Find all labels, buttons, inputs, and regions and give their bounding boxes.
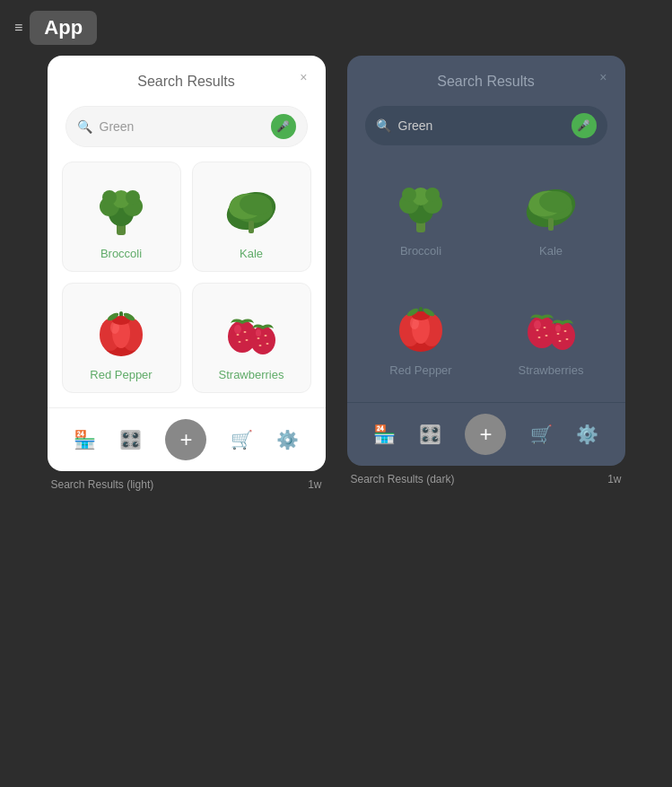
light-bottom-nav: 🏪 🎛️ + 🛒 ⚙️ [48,407,326,471]
dark-red-pepper-img [385,293,457,356]
light-item-broccoli[interactable]: Broccoli [62,162,181,272]
light-red-pepper-label: Red Pepper [90,368,152,381]
light-strawberries-img [215,298,287,361]
dark-caption-label: Search Results (dark) [351,473,455,485]
dark-card-title: Search Results [437,74,535,90]
svg-point-27 [250,326,275,354]
light-nav-store-icon[interactable]: 🏪 [74,429,96,450]
svg-point-25 [246,339,249,341]
light-broccoli-img [85,177,157,240]
dark-broccoli-label: Broccoli [400,244,441,258]
svg-point-5 [102,190,117,205]
dark-nav-cart-icon[interactable]: 🛒 [530,424,553,445]
light-card-title: Search Results [137,74,235,90]
svg-point-58 [545,335,548,337]
light-close-icon[interactable]: × [300,70,307,84]
svg-point-30 [259,345,262,346]
light-kale-label: Kale [240,247,263,260]
dark-nav-settings-icon[interactable]: ⚙️ [576,424,598,445]
light-caption-time: 1w [308,478,321,491]
svg-point-24 [239,341,241,343]
svg-point-60 [550,321,575,350]
light-nav-controls-icon[interactable]: 🎛️ [119,429,142,450]
dark-strawberries-img [515,293,587,356]
svg-point-26 [234,325,241,334]
light-search-icon: 🔍 [77,119,92,134]
dark-phone-card: Search Results × 🔍 Green 🎤 [347,56,625,466]
dark-strawberries-label: Strawberries [519,363,584,377]
dark-card-caption: Search Results (dark) 1w [347,466,625,485]
dark-item-red-pepper[interactable]: Red Pepper [362,279,481,388]
svg-point-55 [537,329,539,331]
top-bar: ≡ App [0,0,672,56]
svg-point-64 [566,338,569,340]
dark-search-text: Green [398,118,564,133]
dark-bottom-nav: 🏪 🎛️ + 🛒 ⚙️ [347,402,625,466]
dark-red-pepper-label: Red Pepper [389,363,451,377]
light-nav-cart-icon[interactable]: 🛒 [231,429,253,450]
svg-point-32 [256,329,261,337]
svg-point-38 [402,188,416,202]
svg-rect-11 [249,221,254,233]
light-red-pepper-img [85,298,157,361]
hamburger-icon[interactable]: ≡ [14,20,22,36]
light-kale-img [215,177,287,240]
light-caption-label: Search Results (light) [51,478,154,491]
light-mic-button[interactable]: 🎤 [271,114,296,139]
svg-point-62 [564,330,567,332]
dark-mic-button[interactable]: 🎤 [572,113,597,138]
app-title: App [30,11,97,45]
main-content: Search Results × 🔍 Green 🎤 [0,56,672,787]
light-nav-settings-icon[interactable]: ⚙️ [276,429,299,450]
svg-point-63 [559,340,562,342]
dark-search-icon: 🔍 [376,118,391,133]
svg-rect-44 [548,218,554,231]
dark-item-kale[interactable]: Kale [492,160,611,268]
light-nav-add-button[interactable]: + [165,419,206,460]
light-card-wrapper: Search Results × 🔍 Green 🎤 [48,56,326,491]
svg-point-57 [538,337,541,338]
dark-search-bar[interactable]: 🔍 Green 🎤 [365,106,607,145]
light-strawberries-label: Strawberries [219,368,284,381]
dark-broccoli-img [385,174,457,237]
dark-close-icon[interactable]: × [599,70,607,84]
light-search-text: Green [100,119,264,134]
light-item-red-pepper[interactable]: Red Pepper [62,283,181,393]
svg-point-61 [557,333,560,335]
svg-point-39 [425,188,440,202]
dark-item-broccoli[interactable]: Broccoli [362,160,481,268]
dark-kale-label: Kale [539,244,563,258]
light-phone-card: Search Results × 🔍 Green 🎤 [48,56,326,471]
dark-nav-controls-icon[interactable]: 🎛️ [419,424,441,445]
dark-nav-store-icon[interactable]: 🏪 [373,424,396,445]
dark-nav-add-button[interactable]: + [465,414,506,455]
light-item-kale[interactable]: Kale [192,162,311,272]
svg-point-22 [237,334,240,336]
dark-card-wrapper: Search Results × 🔍 Green 🎤 [347,56,625,485]
svg-point-65 [555,325,561,332]
light-card-caption: Search Results (light) 1w [48,471,326,491]
light-card-header: Search Results × [48,56,326,99]
svg-point-31 [266,343,269,345]
svg-point-23 [244,331,247,333]
svg-point-6 [126,190,140,205]
svg-point-29 [265,335,267,337]
dark-items-grid: Broccoli Kale [347,160,625,402]
light-item-strawberries[interactable]: Strawberries [192,283,311,393]
svg-point-59 [534,320,541,329]
dark-item-strawberries[interactable]: Strawberries [492,279,611,388]
dark-kale-img [515,174,587,237]
svg-point-28 [257,337,260,339]
light-broccoli-label: Broccoli [100,247,142,260]
dark-card-header: Search Results × [347,56,625,99]
dark-caption-time: 1w [607,473,621,485]
light-search-bar[interactable]: 🔍 Green 🎤 [65,106,308,147]
light-items-grid: Broccoli Kale [48,162,326,407]
svg-point-56 [544,327,546,328]
